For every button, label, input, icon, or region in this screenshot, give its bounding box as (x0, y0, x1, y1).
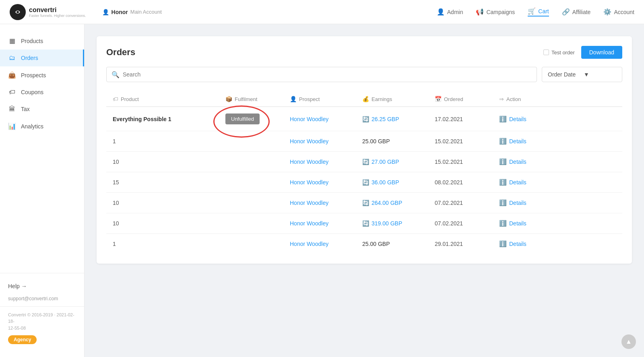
table-header: 🏷 Product 📦 Fulfilment 👤 Prospect 💰 Earn… (106, 92, 622, 107)
fulfilment-col-icon: 📦 (225, 96, 232, 102)
sidebar-item-analytics[interactable]: 📊 Analytics (0, 118, 84, 135)
earnings-cell: 🔄27.00 GBP (362, 159, 435, 165)
earnings-value: 36.00 GBP (372, 179, 399, 186)
logo-icon (10, 4, 26, 20)
analytics-icon: 📊 (8, 122, 16, 130)
prospect-cell[interactable]: Honor Woodley (290, 138, 362, 144)
prospect-cell[interactable]: Honor Woodley (290, 241, 362, 247)
sidebar-item-orders[interactable]: 🗂 Orders (0, 50, 84, 66)
brand-tagline: Faster funnels. Higher conversions. (29, 14, 86, 18)
details-label: Details (509, 116, 526, 122)
test-order-checkbox[interactable] (543, 50, 549, 55)
earnings-cell: 🔄26.25 GBP (362, 116, 435, 122)
earnings-value: 25.00 GBP (362, 241, 390, 247)
earnings-col-icon: 💰 (362, 96, 369, 102)
ordered-cell: 15.02.2021 (435, 159, 499, 165)
product-col-icon: 🏷 (113, 96, 118, 102)
download-button[interactable]: Download (581, 46, 622, 59)
details-link[interactable]: ℹ️Details (499, 116, 547, 123)
table-row: 10Honor Woodley🔄319.00 GBP07.02.2021ℹ️De… (106, 213, 622, 234)
help-link[interactable]: Help → (0, 278, 84, 294)
coupons-icon: 🏷 (8, 89, 16, 96)
details-link[interactable]: ℹ️Details (499, 199, 547, 206)
earnings-cell: 🔄36.00 GBP (362, 179, 435, 186)
col-fulfilment: 📦 Fulfilment (225, 96, 290, 102)
ordered-cell: 07.02.2021 (435, 200, 499, 206)
sidebar-item-products[interactable]: ▦ Products (0, 32, 84, 50)
nav-cart[interactable]: 🛒 Cart (528, 7, 549, 17)
table-row: 1Honor Woodley25.00 GBP29.01.2021ℹ️Detai… (106, 234, 622, 254)
details-label: Details (509, 138, 526, 144)
details-link[interactable]: ℹ️Details (499, 240, 547, 248)
prospect-cell[interactable]: Honor Woodley (290, 200, 362, 206)
info-icon: ℹ️ (499, 240, 507, 248)
details-label: Details (509, 241, 526, 247)
ordered-cell: 15.02.2021 (435, 138, 499, 144)
prospect-cell[interactable]: Honor Woodley (290, 220, 362, 227)
orders-header: Orders Test order Download (106, 46, 622, 59)
nav-admin[interactable]: 👤 Admin (437, 8, 463, 16)
scroll-to-top-button[interactable]: ▲ (621, 334, 636, 349)
nav-affiliate[interactable]: 🔗 Affiliate (562, 8, 591, 16)
sidebar-nav: ▦ Products 🗂 Orders 👜 Prospects 🏷 Coupon… (0, 32, 84, 268)
cart-icon: 🛒 (528, 7, 536, 15)
search-bar: 🔍 Order Date ▼ (106, 67, 622, 82)
details-link[interactable]: ℹ️Details (499, 138, 547, 145)
sidebar-footer: Convertri © 2016-2019 · 2021-02-18- 12-5… (0, 306, 84, 349)
admin-icon: 👤 (437, 8, 445, 16)
nav-links: 👤 Admin 📢 Campaigns 🛒 Cart 🔗 Affiliate ⚙… (437, 7, 634, 17)
earnings-cell: 25.00 GBP (362, 138, 435, 144)
ordered-cell: 29.01.2021 (435, 241, 499, 247)
earnings-cell: 25.00 GBP (362, 241, 435, 247)
ordered-cell: 17.02.2021 (435, 116, 499, 122)
logo-text-block: convertri Faster funnels. Higher convers… (29, 6, 86, 18)
table-row: 15Honor Woodley🔄36.00 GBP08.02.2021ℹ️Det… (106, 172, 622, 193)
details-link[interactable]: ℹ️Details (499, 179, 547, 186)
earnings-icon: 🔄 (362, 220, 369, 227)
search-input[interactable] (120, 67, 532, 82)
earnings-cell: 🔄319.00 GBP (362, 220, 435, 227)
info-icon: ℹ️ (499, 138, 507, 145)
nav-campaigns[interactable]: 📢 Campaigns (476, 8, 515, 16)
product-cell: 1 (113, 138, 225, 144)
details-link[interactable]: ℹ️Details (499, 158, 547, 165)
earnings-value: 27.00 GBP (372, 159, 399, 165)
sidebar-item-prospects[interactable]: 👜 Prospects (0, 66, 84, 84)
svg-point-1 (17, 11, 19, 13)
earnings-icon: 🔄 (362, 200, 369, 206)
products-icon: ▦ (8, 37, 16, 45)
order-date-dropdown[interactable]: Order Date ▼ (542, 67, 622, 82)
top-navigation: convertri Faster funnels. Higher convers… (0, 0, 644, 24)
sidebar-item-coupons[interactable]: 🏷 Coupons (0, 84, 84, 101)
ordered-cell: 07.02.2021 (435, 220, 499, 227)
earnings-icon: 🔄 (362, 159, 369, 165)
prospect-cell[interactable]: Honor Woodley (290, 179, 362, 186)
details-label: Details (509, 159, 526, 165)
prospect-cell[interactable]: Honor Woodley (290, 159, 362, 165)
prospect-cell[interactable]: Honor Woodley (290, 116, 362, 122)
details-link[interactable]: ℹ️Details (499, 220, 547, 227)
logo[interactable]: convertri Faster funnels. Higher convers… (10, 4, 86, 20)
user-account: Main Account (130, 9, 162, 15)
sidebar: ▦ Products 🗂 Orders 👜 Prospects 🏷 Coupon… (0, 24, 85, 357)
product-cell: 1 (113, 241, 225, 247)
nav-account[interactable]: ⚙️ Account (603, 8, 634, 16)
details-label: Details (509, 200, 526, 206)
product-cell: Everything Possible 1 (113, 116, 225, 122)
unfulfilled-badge: Unfulfilled (225, 113, 260, 124)
col-product: 🏷 Product (113, 96, 225, 102)
user-name: Honor (111, 9, 128, 15)
agency-badge: Agency (8, 335, 37, 344)
details-label: Details (509, 220, 526, 227)
affiliate-icon: 🔗 (562, 8, 570, 16)
test-order-label[interactable]: Test order (543, 50, 575, 56)
ordered-cell: 08.02.2021 (435, 179, 499, 186)
prospect-col-icon: 👤 (290, 96, 297, 102)
info-icon: ℹ️ (499, 116, 507, 123)
info-icon: ℹ️ (499, 179, 507, 186)
sidebar-item-tax[interactable]: 🏛 Tax (0, 101, 84, 118)
sidebar-divider (0, 273, 84, 273)
search-input-wrap: 🔍 (106, 67, 537, 82)
layout: ▦ Products 🗂 Orders 👜 Prospects 🏷 Coupon… (0, 24, 644, 357)
support-email: support@convertri.com (0, 294, 84, 306)
